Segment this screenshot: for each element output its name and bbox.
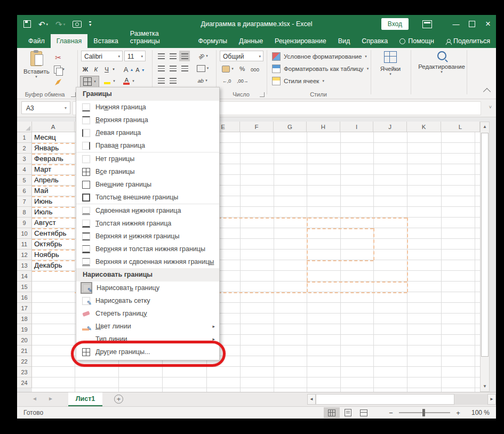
- cut-button[interactable]: ✂: [52, 52, 64, 63]
- comma-style-button[interactable]: 000: [249, 64, 261, 75]
- menu-item[interactable]: Толстая нижняя граница: [76, 217, 219, 230]
- style-menu-button[interactable]: Форматировать как таблицу ▾: [272, 63, 369, 75]
- orientation-button[interactable]: ab▾: [195, 51, 211, 61]
- increase-decimal-button[interactable]: ←,0: [220, 76, 234, 86]
- scroll-right-icon[interactable]: ►: [487, 394, 496, 405]
- ribbon-tab[interactable]: Вставка: [87, 34, 124, 48]
- ribbon-tab[interactable]: Вид: [332, 34, 356, 48]
- column-header[interactable]: I: [340, 122, 373, 132]
- underline-dropdown-icon[interactable]: ▾: [111, 64, 116, 75]
- paste-dropdown-icon[interactable]: ▾: [23, 75, 49, 79]
- collapse-ribbon-icon[interactable]: [483, 88, 491, 95]
- shrink-font-button[interactable]: А▼: [135, 65, 145, 75]
- underline-button[interactable]: Ч: [102, 64, 111, 75]
- cell[interactable]: Март: [32, 164, 75, 175]
- cell[interactable]: Апрель: [32, 175, 75, 186]
- scroll-down-icon[interactable]: ▼: [481, 382, 489, 391]
- row-header[interactable]: 16: [17, 292, 32, 303]
- row-header[interactable]: 12: [17, 250, 32, 260]
- align-left-button[interactable]: [156, 63, 166, 74]
- number-format-combo[interactable]: Общий▾: [220, 51, 263, 61]
- decrease-decimal-button[interactable]: ,00→: [236, 76, 250, 86]
- ribbon-tab[interactable]: Рецензирование: [269, 34, 332, 48]
- ribbon-tab[interactable]: Поделиться: [440, 34, 496, 48]
- prev-sheet-icon[interactable]: ◄: [32, 396, 37, 401]
- paste-button[interactable]: Вставить ▾: [23, 51, 49, 89]
- ribbon-tab[interactable]: Файл: [22, 34, 51, 48]
- row-header[interactable]: 23: [17, 367, 32, 377]
- column-header[interactable]: G: [274, 122, 307, 132]
- cell[interactable]: Август: [32, 218, 75, 228]
- page-layout-view-button[interactable]: [340, 407, 356, 418]
- borders-button[interactable]: ▾: [80, 76, 99, 87]
- align-bottom-button[interactable]: [179, 51, 190, 61]
- zoom-level[interactable]: 100 %: [462, 409, 496, 416]
- page-break-view-button[interactable]: [356, 407, 372, 418]
- cell[interactable]: Месяц: [32, 132, 75, 143]
- column-header[interactable]: A: [32, 122, 75, 132]
- menu-item[interactable]: Правая граница: [76, 139, 219, 152]
- align-middle-button[interactable]: [167, 51, 178, 61]
- menu-item[interactable]: ✎ Нарисовать границу: [76, 282, 219, 294]
- menu-item[interactable]: Сдвоенная нижняя граница: [76, 204, 219, 217]
- font-family-combo[interactable]: Calibri▾: [81, 51, 123, 61]
- scroll-left-icon[interactable]: ◄: [307, 394, 316, 405]
- sign-in-button[interactable]: Вход: [381, 18, 409, 30]
- menu-item[interactable]: Левая граница: [76, 126, 219, 139]
- minimize-button[interactable]: —: [448, 15, 464, 33]
- ribbon-tab[interactable]: Главная: [51, 34, 88, 48]
- align-right-button[interactable]: [179, 63, 190, 74]
- style-menu-button[interactable]: Стили ячеек ▾: [272, 75, 324, 87]
- column-header[interactable]: K: [407, 122, 441, 132]
- horizontal-scrollbar[interactable]: ◄ ►: [307, 394, 496, 405]
- fill-color-button[interactable]: ▾: [101, 76, 117, 86]
- menu-item[interactable]: Стереть границу: [76, 307, 219, 320]
- zoom-out-button[interactable]: −: [387, 409, 395, 417]
- wrap-text-button[interactable]: ab▾: [193, 75, 212, 86]
- ribbon-display-options-icon[interactable]: [422, 20, 432, 28]
- row-header[interactable]: 8: [17, 207, 32, 218]
- row-header[interactable]: 2: [17, 143, 32, 154]
- grow-font-button[interactable]: А▲: [124, 64, 133, 75]
- row-header[interactable]: 10: [17, 228, 32, 239]
- horizontal-scrollbar-thumb[interactable]: [316, 394, 454, 405]
- cell[interactable]: Июль: [32, 207, 75, 218]
- font-color-button[interactable]: А▾: [121, 76, 137, 86]
- expand-formula-bar-icon[interactable]: ˅: [489, 105, 492, 110]
- menu-item[interactable]: Верхняя и сдвоенная нижняя границы: [76, 255, 219, 268]
- sheet-tab[interactable]: Лист1: [68, 392, 102, 406]
- add-sheet-button[interactable]: +: [114, 395, 123, 404]
- number-dialog-launcher-icon[interactable]: [260, 92, 265, 97]
- ribbon-tab[interactable]: Справка: [356, 34, 394, 48]
- row-header[interactable]: 1: [17, 132, 32, 143]
- row-header[interactable]: 15: [17, 282, 32, 292]
- font-size-combo[interactable]: 11▾: [124, 51, 146, 61]
- next-sheet-icon[interactable]: ►: [48, 396, 53, 401]
- ribbon-tab[interactable]: Разметка страницы: [124, 27, 193, 48]
- menu-item[interactable]: Внешние границы: [76, 178, 219, 191]
- ribbon-tab[interactable]: Формулы: [193, 34, 233, 48]
- row-header[interactable]: 7: [17, 196, 32, 207]
- ribbon-tab[interactable]: Данные: [233, 34, 269, 48]
- column-header[interactable]: J: [373, 122, 407, 132]
- italic-button[interactable]: К: [92, 64, 100, 75]
- copy-button[interactable]: ▾: [51, 64, 67, 75]
- row-header[interactable]: 9: [17, 218, 32, 228]
- name-box-dropdown-icon[interactable]: ▾: [65, 102, 67, 115]
- row-header[interactable]: 13: [17, 260, 32, 271]
- column-header[interactable]: F: [240, 122, 274, 132]
- align-center-button[interactable]: [167, 63, 178, 74]
- menu-item[interactable]: Нижняя граница: [76, 101, 219, 114]
- cell[interactable]: Январь: [32, 143, 75, 154]
- cell[interactable]: Февраль: [32, 154, 75, 164]
- close-button[interactable]: ×: [480, 15, 496, 33]
- row-header[interactable]: 20: [17, 335, 32, 345]
- style-menu-button[interactable]: Условное форматирование ▾: [272, 51, 367, 62]
- normal-view-button[interactable]: [324, 407, 340, 418]
- increase-indent-button[interactable]: [167, 75, 178, 86]
- decrease-indent-button[interactable]: [156, 75, 166, 86]
- row-header[interactable]: 6: [17, 186, 32, 196]
- menu-item[interactable]: ✎ Нарисовать сетку: [76, 294, 219, 307]
- cell[interactable]: Октябрь: [32, 239, 75, 250]
- menu-item[interactable]: ✎ Цвет линии ▸: [76, 320, 219, 333]
